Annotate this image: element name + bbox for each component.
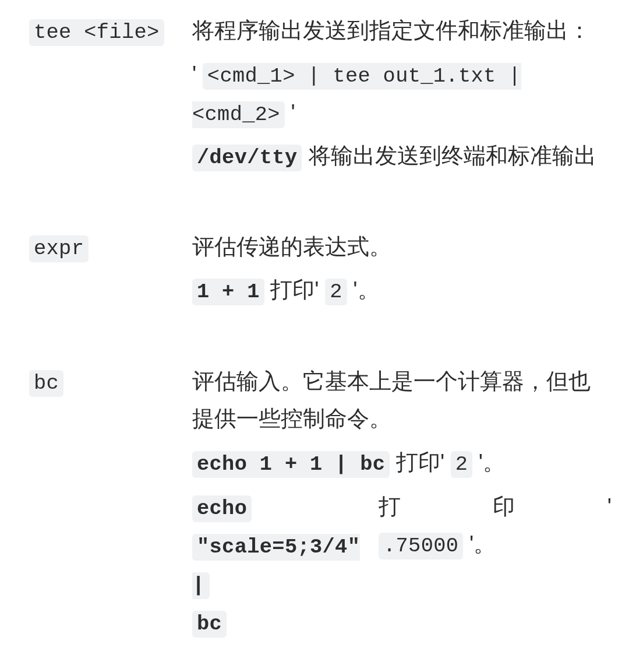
example-block-2: echo "scale=5;3/4" | bc 打 印 ' .75000 '。 <box>192 488 612 642</box>
sub-definition: /dev/tty 将输出发送到终端和标准输出 <box>192 137 612 175</box>
term-cell: expr <box>29 228 192 266</box>
example-code: 1 + 1 <box>192 279 264 305</box>
sub-term: /dev/tty <box>192 137 302 175</box>
term-cell: bc <box>29 363 192 401</box>
char-a: 打 <box>379 488 401 526</box>
quote-open: ' <box>192 62 196 86</box>
char-quote: ' <box>607 488 612 526</box>
example-text-line2: .75000 '。 <box>379 525 612 564</box>
command-code: expr <box>29 235 89 262</box>
sub-term-code: /dev/tty <box>192 145 302 171</box>
example-code: <cmd_1> | tee out_1.txt | <cmd_2> <box>192 63 521 128</box>
example-block: 1 + 1 打印' 2 '。 <box>192 271 612 309</box>
definition-row-expr: expr 评估传递的表达式。 1 + 1 打印' 2 '。 <box>29 228 612 310</box>
example-result: 2 <box>451 451 473 478</box>
example-tail: '。 <box>353 277 379 302</box>
example-code-line1: echo <box>192 495 252 522</box>
example-code: echo 1 + 1 | bc <box>192 451 390 478</box>
example-result: 2 <box>325 279 347 305</box>
sub-description: 将输出发送到终端和标准输出 <box>309 137 612 175</box>
description-cell: 评估传递的表达式。 1 + 1 打印' 2 '。 <box>192 228 612 310</box>
description-cell: 评估输入。它基本上是一个计算器，但也提供一些控制命令。 echo 1 + 1 |… <box>192 363 612 642</box>
example-text-line1: 打 印 ' <box>379 488 612 526</box>
char-b: 印 <box>493 488 515 526</box>
description-text: 评估输入。它基本上是一个计算器，但也提供一些控制命令。 <box>192 363 612 438</box>
description-text: 将程序输出发送到指定文件和标准输出： <box>192 12 612 50</box>
example-text: 打印' <box>270 277 319 302</box>
description-text: 评估传递的表达式。 <box>192 228 612 266</box>
command-code: tee <file> <box>29 19 164 46</box>
definition-row-bc: bc 评估输入。它基本上是一个计算器，但也提供一些控制命令。 echo 1 + … <box>29 363 612 642</box>
quote-close: ' <box>291 100 295 125</box>
example-text: 打印' <box>396 450 444 474</box>
example-code-line3: bc <box>192 611 227 638</box>
term-cell: tee <file> <box>29 12 192 50</box>
example-block-1: echo 1 + 1 | bc 打印' 2 '。 <box>192 444 612 482</box>
example-tail: '。 <box>479 450 505 474</box>
description-cell: 将程序输出发送到指定文件和标准输出： ' <cmd_1> | tee out_1… <box>192 12 612 175</box>
example-tail: '。 <box>469 532 496 556</box>
command-code: bc <box>29 370 63 397</box>
example-block: ' <cmd_1> | tee out_1.txt | <cmd_2> ' <box>192 55 612 132</box>
definition-row-tee: tee <file> 将程序输出发送到指定文件和标准输出： ' <cmd_1> … <box>29 12 612 175</box>
example-code-line2: "scale=5;3/4" | <box>192 534 360 599</box>
example-result: .75000 <box>379 533 463 560</box>
